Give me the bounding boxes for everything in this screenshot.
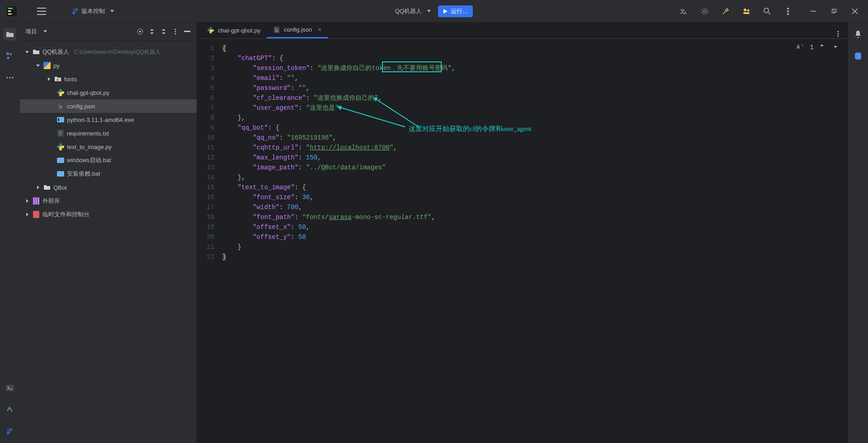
svg-rect-30: [6, 385, 14, 391]
tree-label: 外部库: [42, 197, 60, 205]
svg-rect-5: [37, 11, 46, 12]
tree-file[interactable]: python-3.11.1-amd64.exe: [20, 113, 197, 126]
project-panel-header: 项目: [20, 23, 197, 41]
text-file-icon: [57, 130, 64, 137]
window-controls: [809, 7, 859, 15]
run-center: QQ机器人 运行…: [395, 5, 473, 17]
scratch-icon: [33, 211, 40, 218]
vcs-dropdown[interactable]: 版本控制: [72, 7, 114, 15]
more-icon[interactable]: [784, 7, 792, 15]
exe-file-icon: [57, 116, 64, 123]
folder-icon: A: [54, 75, 61, 83]
svg-point-10: [702, 8, 708, 14]
tree-folder-qbot[interactable]: QBot: [20, 181, 197, 194]
more-tools-button[interactable]: [4, 71, 16, 84]
tree-folder-py[interactable]: py: [20, 59, 197, 72]
panel-options-icon[interactable]: [171, 28, 179, 36]
tree-file[interactable]: 安装依赖.bat: [20, 167, 197, 181]
tree-label: requirements.txt: [67, 130, 109, 137]
svg-rect-2: [8, 10, 11, 12]
svg-point-29: [12, 77, 14, 79]
pycharm-icon: [6, 6, 17, 17]
tree-label: chat-gpt-qbot.py: [67, 89, 109, 96]
collapse-all-icon[interactable]: [160, 28, 168, 36]
tree-file[interactable]: chat-gpt-qbot.py: [20, 86, 197, 99]
branch-icon: [72, 8, 79, 15]
code-with-me-icon[interactable]: [701, 7, 709, 15]
tree-folder-fonts[interactable]: A fonts: [20, 72, 197, 86]
code-content[interactable]: { "chatGPT": { "session_token": "这里换成你自己…: [219, 39, 848, 443]
select-opened-file-icon[interactable]: [136, 28, 144, 36]
svg-rect-20: [831, 9, 835, 13]
editor[interactable]: A 1 12345678910111213141516171819202122 …: [197, 39, 848, 443]
tree-label: windows启动.bat: [67, 156, 111, 164]
tree-file[interactable]: windows启动.bat: [20, 154, 197, 167]
folder-icon: [33, 48, 40, 56]
svg-rect-44: [33, 197, 35, 205]
translate-icon[interactable]: 文A: [680, 7, 688, 15]
search-icon[interactable]: [763, 7, 771, 15]
svg-rect-6: [37, 14, 46, 15]
svg-point-16: [787, 8, 789, 9]
svg-point-12: [747, 9, 750, 11]
tree-scratches[interactable]: 临时文件和控制台: [20, 208, 197, 221]
bat-file-icon: [57, 170, 64, 177]
maximize-button[interactable]: [830, 7, 838, 15]
expand-arrow-icon[interactable]: [46, 77, 52, 81]
tree-path: C:\Users\woo-m\Desktop\QQ机器人: [74, 48, 160, 56]
tree-file[interactable]: text_to_image.py: [20, 140, 197, 154]
expand-arrow-icon[interactable]: [24, 213, 30, 216]
tree-label: config.json: [67, 103, 95, 110]
titlebar: 版本控制 QQ机器人 运行… 文A: [0, 0, 868, 23]
svg-rect-24: [6, 52, 9, 55]
svg-point-28: [9, 77, 11, 79]
run-config-dropdown[interactable]: QQ机器人: [395, 7, 431, 15]
chevron-down-icon: [110, 10, 114, 12]
tree-file-selected[interactable]: config.json: [20, 99, 197, 113]
problems-tool-button[interactable]: [4, 403, 16, 416]
expand-arrow-icon[interactable]: [35, 186, 41, 189]
chevron-down-icon[interactable]: [43, 30, 47, 33]
expand-all-icon[interactable]: [148, 28, 156, 36]
python-file-icon: [57, 89, 64, 96]
notifications-tool-button[interactable]: [852, 28, 864, 41]
tree-label: QQ机器人: [42, 48, 69, 56]
project-tree[interactable]: QQ机器人 C:\Users\woo-m\Desktop\QQ机器人 py A …: [20, 41, 197, 443]
tree-label: text_to_image.py: [67, 144, 112, 150]
run-button[interactable]: 运行…: [438, 5, 473, 17]
svg-text:A: A: [57, 78, 59, 82]
svg-rect-13: [743, 12, 750, 14]
project-tool-button[interactable]: [4, 28, 16, 41]
svg-rect-1: [8, 8, 13, 9]
close-button[interactable]: [851, 7, 859, 15]
hamburger-menu[interactable]: [37, 8, 46, 15]
play-icon: [443, 9, 448, 14]
minimize-button[interactable]: [809, 7, 817, 15]
tree-external-libs[interactable]: 外部库: [20, 194, 197, 208]
expand-arrow-icon[interactable]: [35, 65, 41, 67]
people-icon[interactable]: [742, 7, 750, 15]
database-tool-button[interactable]: [852, 50, 864, 62]
titlebar-toolbar: 文A: [680, 7, 863, 15]
terminal-tool-button[interactable]: [4, 382, 16, 394]
svg-point-32: [139, 31, 141, 33]
git-tool-button[interactable]: [4, 425, 16, 438]
structure-tool-button[interactable]: [4, 50, 16, 62]
svg-point-33: [175, 28, 176, 30]
expand-arrow-icon[interactable]: [24, 51, 30, 53]
tree-label: QBot: [53, 184, 67, 191]
close-tab-icon[interactable]: ✕: [317, 27, 322, 33]
hide-panel-icon[interactable]: [183, 28, 191, 36]
tree-root[interactable]: QQ机器人 C:\Users\woo-m\Desktop\QQ机器人: [20, 45, 197, 59]
tab-config-json[interactable]: config.json ✕: [267, 22, 328, 38]
svg-point-50: [838, 33, 839, 35]
library-icon: [33, 197, 40, 205]
project-panel-title: 项目: [25, 28, 37, 36]
editor-area: chat-gpt-qbot.py config.json ✕ A 1 12345…: [197, 23, 848, 443]
svg-point-14: [764, 8, 769, 13]
tab-chat-gpt-qbot[interactable]: chat-gpt-qbot.py: [201, 22, 267, 38]
expand-arrow-icon[interactable]: [24, 199, 30, 203]
tree-file[interactable]: requirements.txt: [20, 126, 197, 140]
tools-icon[interactable]: [722, 7, 730, 15]
tabs-menu-icon[interactable]: [834, 29, 843, 38]
